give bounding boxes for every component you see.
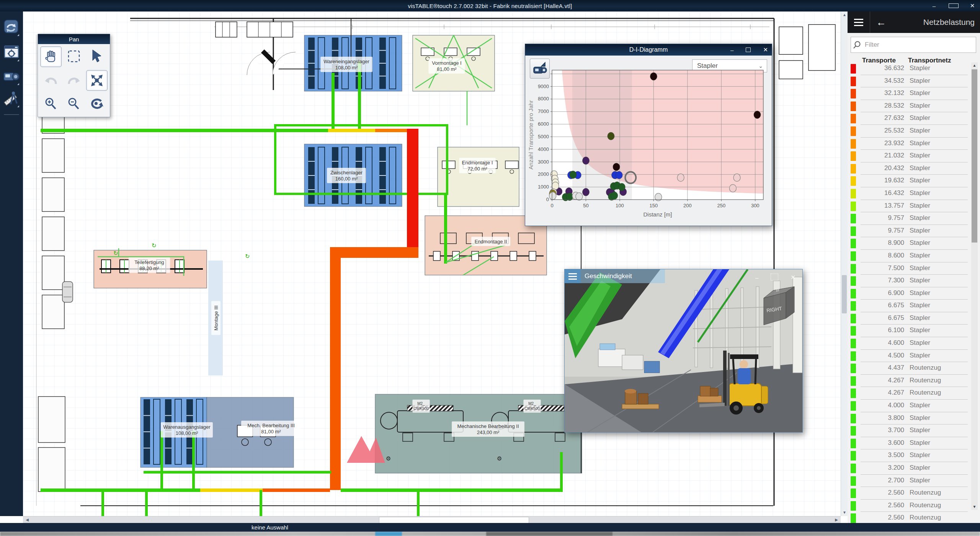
table-row[interactable]: 36.632 Stapler	[848, 62, 969, 75]
table-row[interactable]: 2.560 Routenzug	[848, 512, 969, 523]
measure-tools-icon[interactable]	[3, 90, 20, 108]
transport-network: Stapler	[910, 277, 930, 284]
transport-count: 2.700	[848, 477, 904, 484]
scroll-up-icon[interactable]: ▲	[971, 62, 978, 69]
table-row[interactable]: 9.757 Stapler	[848, 212, 969, 225]
table-row[interactable]: 27.632 Stapler	[848, 112, 969, 125]
pan-mode-icon[interactable]	[3, 18, 20, 37]
table-row[interactable]: 3.600 Stapler	[848, 437, 969, 450]
table-row[interactable]: 4.267 Routenzug	[848, 387, 969, 400]
svg-text:3000: 3000	[538, 159, 549, 165]
svg-text:81,00 m²: 81,00 m²	[437, 66, 457, 72]
transport-count: 9.757	[848, 227, 904, 234]
status-bar: keine Auswahl	[0, 523, 980, 532]
table-row[interactable]: 6.900 Stapler	[848, 287, 969, 300]
scroll-up-icon[interactable]: ▲	[841, 11, 848, 18]
table-row[interactable]: 25.532 Stapler	[848, 125, 969, 138]
filter-input[interactable]	[864, 41, 976, 49]
svg-text:Endmontage I: Endmontage I	[462, 160, 493, 166]
table-row[interactable]: 6.100 Stapler	[848, 325, 969, 337]
zone-label-teilefertigung: Teilefertigung88,20 m²	[129, 257, 170, 273]
load-table[interactable]: 36.632 Stapler 34.532 Stapler 32.132 Sta…	[848, 62, 969, 523]
svg-text:108,00 m²: 108,00 m²	[335, 65, 358, 70]
table-row[interactable]: 28.532 Stapler	[848, 100, 969, 113]
table-row[interactable]: 6.675 Stapler	[848, 312, 969, 325]
table-row[interactable]: 2.560 Routenzug	[848, 487, 969, 500]
table-row[interactable]: 6.675 Stapler	[848, 300, 969, 312]
close-button[interactable]: ✕	[968, 2, 977, 9]
table-row[interactable]: 8.600 Stapler	[848, 250, 969, 262]
panel-scrollbar[interactable]: ▲ ▼	[971, 62, 978, 510]
scroll-down-icon[interactable]: ▼	[841, 509, 848, 516]
table-row[interactable]: 16.432 Stapler	[848, 187, 969, 200]
table-row[interactable]: 3.700 Stapler	[848, 425, 969, 437]
table-row[interactable]: 2.700 Stapler	[848, 475, 969, 487]
distance-intensity-chart: 0501001502002503000100020003000400050006…	[528, 66, 769, 223]
table-row[interactable]: 2.560 Routenzug	[848, 500, 969, 512]
svg-text:M2_: M2_	[417, 402, 425, 406]
transport-count: 7.300	[848, 277, 904, 284]
filter-box[interactable]	[851, 37, 976, 53]
zoom-reset-tool[interactable]	[87, 94, 107, 114]
hand-pan-tool[interactable]	[40, 46, 62, 67]
table-row[interactable]: 3.800 Stapler	[848, 412, 969, 425]
speed-menu-icon[interactable]	[565, 269, 581, 283]
camera-3d-icon[interactable]	[3, 67, 20, 86]
transport-count: 2.560	[848, 514, 904, 521]
transport-network: Stapler	[910, 202, 930, 210]
back-arrow-icon[interactable]: ←	[870, 11, 892, 33]
restore-button[interactable]	[949, 3, 958, 9]
speed-maximize-button[interactable]	[771, 274, 778, 282]
transport-vehicle-icon-button[interactable]	[530, 59, 550, 79]
table-row[interactable]: 13.757 Stapler	[848, 200, 969, 213]
panel-scroll-thumb[interactable]	[972, 69, 977, 243]
table-row[interactable]: 4.437 Routenzug	[848, 362, 969, 375]
table-row[interactable]: 23.932 Stapler	[848, 138, 969, 150]
cursor-select-tool[interactable]	[87, 46, 107, 66]
table-row[interactable]: 8.900 Stapler	[848, 237, 969, 250]
zone-endmontage-1[interactable]	[438, 147, 519, 207]
transport-network: Stapler	[910, 464, 930, 472]
zoom-out-tool[interactable]	[64, 94, 84, 114]
3d-scene[interactable]: RIGHT ⇄	[565, 269, 802, 432]
table-row[interactable]: 34.532 Stapler	[848, 75, 969, 88]
redo-tool[interactable]	[64, 70, 84, 90]
move-tool[interactable]	[86, 70, 108, 91]
table-row[interactable]: 21.032 Stapler	[848, 150, 969, 162]
table-row[interactable]: 3.200 Stapler	[848, 462, 969, 475]
panel-menu-icon[interactable]	[848, 11, 870, 33]
table-row[interactable]: 19.632 Stapler	[848, 175, 969, 187]
minimize-button[interactable]: –	[929, 3, 939, 9]
search-icon	[851, 41, 864, 49]
scroll-left-icon[interactable]: ◀	[24, 516, 31, 523]
di-minimize-button[interactable]: –	[730, 47, 733, 53]
table-row[interactable]: 3.500 Stapler	[848, 449, 969, 462]
canvas-vertical-scrollbar[interactable]: ▲ ▼	[841, 11, 848, 516]
table-row[interactable]: 4.267 Routenzug	[848, 375, 969, 387]
table-row[interactable]: 4.600 Stapler	[848, 337, 969, 350]
transport-network: Stapler	[910, 326, 930, 334]
di-maximize-button[interactable]	[746, 47, 751, 53]
speed-minimize-button[interactable]: –	[755, 274, 758, 281]
vscroll-thumb[interactable]	[842, 275, 847, 313]
table-row[interactable]: 4.500 Stapler	[848, 350, 969, 362]
marquee-select-tool[interactable]	[64, 46, 84, 66]
svg-text:8000: 8000	[538, 96, 549, 102]
canvas-horizontal-scrollbar[interactable]: ◀ ▶	[23, 516, 841, 523]
di-close-button[interactable]: ✕	[763, 46, 768, 53]
zoom-in-tool[interactable]	[41, 94, 61, 114]
table-row[interactable]: 20.432 Stapler	[848, 162, 969, 175]
scroll-down-icon[interactable]: ▼	[971, 504, 978, 510]
table-row[interactable]: 7.500 Stapler	[848, 262, 969, 275]
table-row[interactable]: 32.132 Stapler	[848, 87, 969, 100]
settings-window-icon[interactable]	[3, 44, 20, 62]
hscroll-thumb[interactable]	[379, 517, 529, 523]
table-row[interactable]: 4.000 Stapler	[848, 400, 969, 412]
undo-tool[interactable]	[41, 70, 61, 90]
scroll-right-icon[interactable]: ▶	[833, 516, 840, 523]
svg-text:CWK500: CWK500	[413, 407, 429, 411]
di-window-titlebar[interactable]: D-I-Diagramm – ✕	[525, 44, 772, 56]
table-row[interactable]: 7.300 Stapler	[848, 275, 969, 287]
speed-close-button[interactable]: ✕	[791, 274, 795, 281]
table-row[interactable]: 9.757 Stapler	[848, 225, 969, 238]
